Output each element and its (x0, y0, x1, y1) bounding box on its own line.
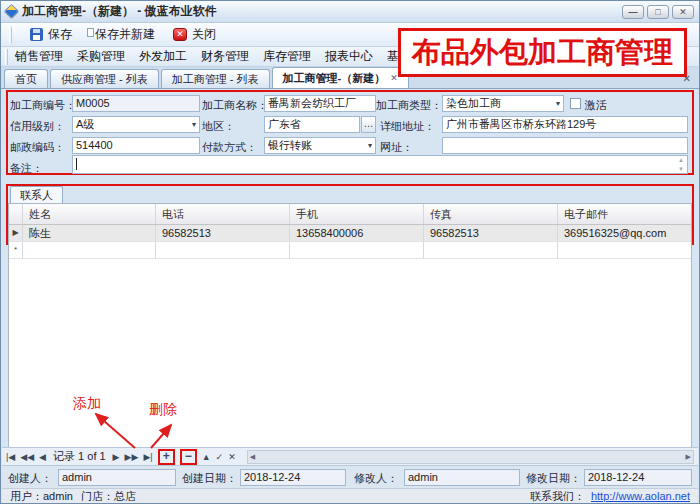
nav-first-button[interactable]: |◀ (6, 450, 15, 464)
menu-purchase[interactable]: 采购管理 (70, 48, 132, 65)
cell-fax[interactable]: 96582513 (424, 225, 558, 242)
text-caret (76, 158, 77, 170)
scroll-left-icon[interactable]: ◀ (250, 453, 255, 461)
annotation-add-label: 添加 (73, 395, 101, 413)
processor-name-field[interactable]: 番禺新会纺织工厂 (264, 95, 376, 112)
status-bar: 用户：admin 门店：总店 联系我们： http://www.aolan.ne… (2, 488, 698, 503)
cell-name[interactable]: 陈生 (23, 225, 156, 242)
status-store: 门店：总店 (81, 489, 136, 504)
table-new-row[interactable]: * (9, 242, 691, 259)
tab-home[interactable]: 首页 (4, 69, 48, 88)
col-header-name[interactable]: 姓名 (23, 204, 156, 224)
toolbar-grip (9, 27, 12, 43)
annotation-box-delete: − (180, 449, 197, 465)
website-link[interactable]: http://www.aolan.net (591, 490, 690, 502)
col-header-fax[interactable]: 传真 (424, 204, 558, 224)
modified-date-field[interactable]: 2018-12-24 (584, 469, 692, 486)
new-page-icon (87, 28, 94, 37)
cell-email[interactable]: 369516325@qq.com (558, 225, 691, 242)
contacts-grid: 姓名 电话 手机 传真 电子邮件 ▶ 陈生 96582513 136584000… (8, 203, 692, 448)
remark-label: 备注： (10, 161, 43, 176)
region-browse-button[interactable]: … (361, 116, 376, 133)
chevron-down-icon: ▾ (368, 138, 372, 153)
nav-edit-button[interactable]: ▲ (202, 450, 211, 464)
window-controls: — □ ✕ (622, 5, 694, 19)
tab-supplier-list[interactable]: 供应商管理 - 列表 (50, 69, 159, 88)
scroll-right-icon[interactable]: ▶ (686, 453, 691, 461)
active-label: 激活 (585, 98, 607, 113)
cell-phone[interactable]: 96582513 (156, 225, 290, 242)
nav-add-row-button[interactable]: + (163, 450, 170, 463)
remark-scrollbar: ▲ ▼ (676, 157, 686, 172)
scroll-up-icon[interactable]: ▲ (678, 157, 684, 163)
menu-inventory[interactable]: 库存管理 (256, 48, 318, 65)
status-user: 用户：admin (10, 489, 73, 504)
created-date-field[interactable]: 2018-12-24 (240, 469, 346, 486)
nav-cancel-button[interactable]: ✕ (228, 450, 236, 464)
modified-date-label: 修改日期： (526, 471, 581, 486)
title-bar: 加工商管理-（新建） - 傲蓝布业软件 — □ ✕ (1, 1, 699, 23)
col-header-email[interactable]: 电子邮件 (558, 204, 691, 224)
record-navigator: |◀ ◀◀ ◀ 记录 1 of 1 ▶ ▶▶ ▶| + − ▲ ✓ ✕ ◀ ▶ (2, 447, 698, 465)
contact-us-label: 联系我们： (530, 489, 585, 504)
tab-processor-new[interactable]: 加工商管理-（新建） ✕ (272, 67, 409, 88)
processor-type-label: 加工商类型： (376, 98, 442, 113)
processor-no-field[interactable]: M0005 (72, 95, 200, 112)
menu-finance[interactable]: 财务管理 (194, 48, 256, 65)
creator-label: 创建人： (8, 471, 52, 486)
tab-processor-list[interactable]: 加工商管理 - 列表 (161, 69, 270, 88)
grid-corner-cell (9, 204, 23, 224)
maximize-button[interactable]: □ (647, 5, 669, 19)
region-field[interactable]: 广东省 (264, 116, 360, 133)
col-header-phone[interactable]: 电话 (156, 204, 290, 224)
window-title: 加工商管理-（新建） - 傲蓝布业软件 (22, 3, 217, 20)
close-form-button[interactable]: ✕ 关闭 (173, 26, 216, 43)
scroll-down-icon[interactable]: ▼ (678, 166, 684, 172)
website-field[interactable] (442, 137, 688, 154)
payment-select[interactable]: 银行转账 ▾ (264, 137, 376, 154)
nav-prev-button[interactable]: ◀ (39, 450, 46, 464)
credit-select[interactable]: A级 ▾ (72, 116, 200, 133)
annotation-delete-label: 删除 (149, 401, 177, 419)
nav-next-page-button[interactable]: ▶▶ (125, 450, 139, 464)
modifier-field[interactable]: admin (404, 469, 520, 486)
processor-name-label: 加工商名称： (202, 98, 268, 113)
annotation-banner: 布品外包加工商管理 (398, 28, 687, 77)
close-window-button[interactable]: ✕ (672, 5, 694, 19)
row-current-icon: ▶ (9, 225, 23, 242)
nav-prev-page-button[interactable]: ◀◀ (20, 450, 34, 464)
menu-outsourcing[interactable]: 外发加工 (132, 48, 194, 65)
minimize-button[interactable]: — (622, 5, 644, 19)
menu-sales[interactable]: 销售管理 (8, 48, 70, 65)
chevron-down-icon: ▾ (556, 96, 560, 111)
nav-last-button[interactable]: ▶| (143, 450, 152, 464)
processor-type-select[interactable]: 染色加工商 ▾ (442, 95, 564, 112)
created-date-label: 创建日期： (182, 471, 237, 486)
tab-close-icon[interactable]: ✕ (390, 68, 398, 88)
nav-delete-row-button[interactable]: − (185, 450, 192, 463)
nav-next-button[interactable]: ▶ (113, 450, 120, 464)
address-field[interactable]: 广州市番禺区市桥东环路129号 (442, 116, 688, 133)
nav-post-button[interactable]: ✓ (216, 450, 224, 464)
cell-mobile[interactable]: 13658400006 (290, 225, 424, 242)
horizontal-scrollbar[interactable]: ◀ ▶ (247, 450, 694, 464)
close-icon: ✕ (173, 28, 187, 41)
remark-textarea[interactable]: ▲ ▼ (72, 155, 688, 174)
menu-reports[interactable]: 报表中心 (318, 48, 380, 65)
save-and-new-button[interactable]: 保存并新建 (90, 26, 155, 43)
active-checkbox[interactable] (570, 98, 581, 109)
col-header-mobile[interactable]: 手机 (290, 204, 424, 224)
table-row: ▶ 陈生 96582513 13658400006 96582513 36951… (9, 225, 691, 242)
website-label: 网址： (380, 140, 413, 155)
save-button[interactable]: 保存 (30, 26, 72, 43)
annotation-box-add: + (158, 449, 175, 465)
tab-contacts[interactable]: 联系人 (10, 186, 63, 203)
record-count-text: 记录 1 of 1 (51, 449, 108, 464)
form-content: 加工商编号： M0005 加工商名称： 番禺新会纺织工厂 加工商类型： 染色加工… (2, 89, 698, 447)
zip-label: 邮政编码： (10, 140, 65, 155)
app-window: 加工商管理-（新建） - 傲蓝布业软件 — □ ✕ 保存 保存并新建 ✕ 关闭 … (0, 0, 700, 504)
row-new-icon: * (9, 242, 23, 259)
creator-field[interactable]: admin (58, 469, 176, 486)
credit-label: 信用级别： (10, 119, 65, 134)
zip-field[interactable]: 514400 (72, 137, 200, 154)
